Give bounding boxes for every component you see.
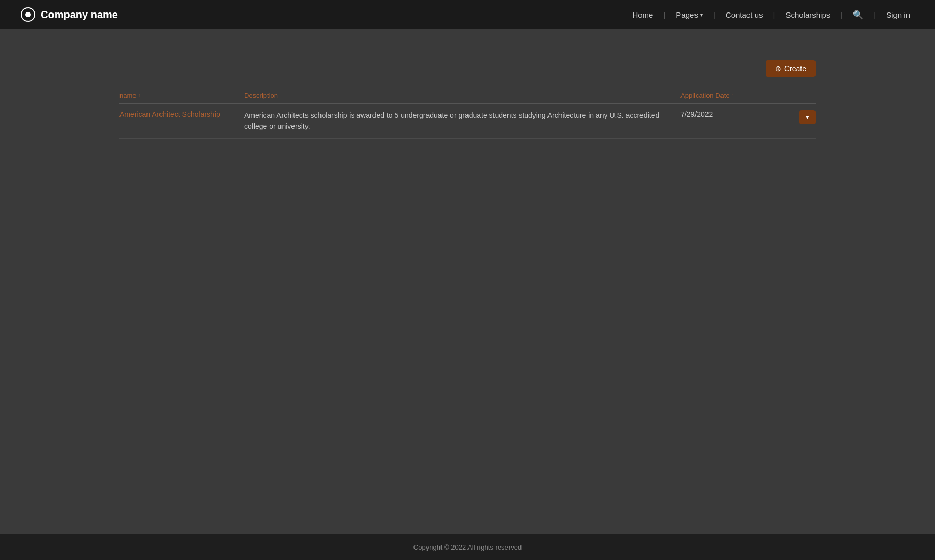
brand-name: Company name <box>41 9 118 21</box>
nav-contact[interactable]: Contact us <box>722 8 767 21</box>
nav-sep-3: | <box>773 10 776 19</box>
nav-scholarships[interactable]: Scholarships <box>781 8 834 21</box>
sort-arrow-date[interactable]: ↑ <box>732 92 734 98</box>
nav-signin[interactable]: Sign in <box>882 8 914 21</box>
col-header-action <box>784 91 816 99</box>
plus-icon: ⊕ <box>775 64 781 73</box>
toolbar: ⊕ Create <box>119 60 816 77</box>
table-row: American Architect Scholarship American … <box>119 104 816 139</box>
brand: Company name <box>21 7 118 22</box>
brand-icon <box>21 7 35 22</box>
row-dropdown-button[interactable]: ▾ <box>799 110 816 124</box>
search-icon[interactable]: 🔍 <box>849 8 867 22</box>
scholarships-table: name ↑ Description Application Date ↑ Am… <box>119 87 816 139</box>
main-content: ⊕ Create name ↑ Description Application … <box>0 29 935 534</box>
nav-sep-2: | <box>713 10 715 19</box>
footer: Copyright © 2022 All rights reserved <box>0 534 935 560</box>
create-button[interactable]: ⊕ Create <box>766 60 816 77</box>
cell-scholarship-name[interactable]: American Architect Scholarship <box>119 110 244 118</box>
nav-links: Home | Pages ▾ | Contact us | Scholarshi… <box>628 8 914 22</box>
chevron-down-icon: ▾ <box>806 113 809 121</box>
col-header-name: name ↑ <box>119 91 244 99</box>
cell-scholarship-date: 7/29/2022 <box>680 110 784 118</box>
col-header-date: Application Date ↑ <box>680 91 784 99</box>
nav-sep-1: | <box>663 10 665 19</box>
table-header: name ↑ Description Application Date ↑ <box>119 87 816 104</box>
footer-copyright: Copyright © 2022 All rights reserved <box>413 543 522 551</box>
pages-chevron-icon: ▾ <box>700 12 703 18</box>
navbar: Company name Home | Pages ▾ | Contact us… <box>0 0 935 29</box>
nav-sep-4: | <box>840 10 843 19</box>
nav-home[interactable]: Home <box>628 8 657 21</box>
cell-scholarship-desc: American Architects scholarship is award… <box>244 110 680 132</box>
nav-sep-5: | <box>874 10 876 19</box>
sort-arrow-name[interactable]: ↑ <box>139 92 141 98</box>
col-header-description: Description <box>244 91 680 99</box>
nav-pages[interactable]: Pages ▾ <box>672 8 707 21</box>
cell-action: ▾ <box>784 110 816 124</box>
